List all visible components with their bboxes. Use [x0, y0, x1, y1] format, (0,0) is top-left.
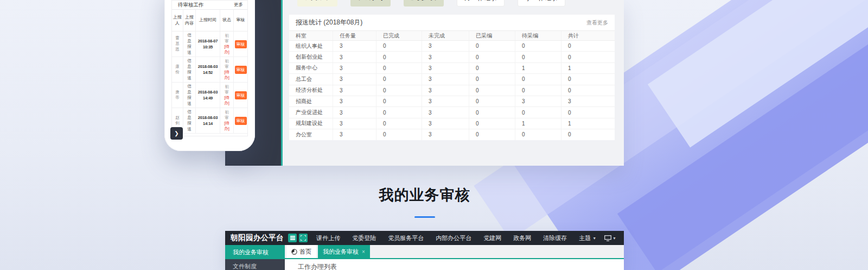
tab-my-audit[interactable]: 我的业务审核 ×: [318, 245, 370, 258]
list-item: 赵剑信息报送2018-08-0314:14初审[待办]审核: [172, 108, 247, 134]
nav-link[interactable]: 党员服务平台: [382, 234, 430, 242]
theme-menu[interactable]: 主题 ▼: [573, 234, 602, 242]
status-text: 初审[待办]: [223, 110, 231, 132]
stats-cell-sum: 0: [561, 107, 615, 117]
list-item: 唐帝信息报送2018-08-0314:49初审[待办]审核: [172, 83, 247, 108]
stats-cell-dept: 办公室: [289, 129, 333, 140]
stats-cell-pending: 1: [515, 63, 561, 73]
report-content: 信息报送: [187, 58, 192, 81]
stats-column-header: 已完成: [376, 31, 422, 40]
toolbar-button[interactable]: 季工作记录: [518, 0, 565, 7]
collapse-chevron-button[interactable]: ❯: [170, 127, 183, 140]
sidebar-item-file-rules[interactable]: 文件制度: [225, 259, 285, 270]
stats-table-header: 科室任务量已完成未完成已采编待采编共计: [289, 31, 615, 41]
phone-list-header: 待审核工作 更多: [172, 1, 247, 10]
view-more-link[interactable]: 查看更多: [586, 19, 608, 27]
action-cell: 审核: [234, 57, 247, 82]
toolbar-button[interactable]: 提交党费: [404, 0, 444, 7]
status-cell: 初审[待办]: [220, 32, 234, 56]
toolbar-button[interactable]: 月工作记录: [457, 0, 505, 7]
audit-button[interactable]: 审核: [235, 40, 247, 48]
stats-cell-sum: 0: [561, 85, 615, 96]
section-title: 我的业务审核: [225, 185, 624, 205]
tab-home[interactable]: 首页: [286, 245, 316, 258]
stats-cell-pending: 3: [515, 96, 561, 106]
time-cell: 2018-08-0314:52: [196, 57, 220, 82]
list-item: 曹基恩信息报送2018-08-0710:35初审[待办]审核: [172, 32, 247, 57]
report-date: 2018-08-03: [198, 64, 218, 70]
table-row: 办公室303000: [289, 129, 615, 140]
phone-list-title: 待审核工作: [178, 2, 204, 9]
stats-cell-undone: 3: [422, 129, 469, 140]
content-cell: 信息报送: [183, 83, 196, 108]
tab-close-icon[interactable]: ×: [362, 249, 365, 255]
audit-button[interactable]: 审核: [235, 66, 247, 74]
stats-cell-dept: 总工会: [289, 74, 333, 84]
heading-underline: [414, 216, 435, 218]
stats-cell-undone: 3: [422, 41, 469, 51]
toolbar-button[interactable]: 发文用章: [297, 0, 337, 7]
time-cell: 2018-08-0710:35: [196, 32, 220, 56]
nav-link[interactable]: 党建网: [477, 234, 507, 242]
stats-column-header: 共计: [561, 31, 615, 40]
nav-link[interactable]: 课件上传: [310, 234, 346, 242]
table-row: 总工会303000: [289, 74, 615, 85]
stats-cell-done: 0: [376, 118, 422, 129]
stats-cell-pending: 0: [515, 41, 561, 51]
menu-toggle-button[interactable]: [288, 234, 297, 242]
audit-button[interactable]: 审核: [235, 91, 247, 99]
stats-column-header: 已采编: [469, 31, 515, 40]
fullscreen-button[interactable]: [299, 234, 308, 242]
stats-cell-edited: 0: [469, 85, 515, 96]
oa-content-area: 工作办理列表: [285, 259, 624, 270]
stats-column-header: 科室: [289, 31, 333, 40]
stats-cell-dept: 产业促进处: [289, 107, 333, 117]
status-cell: 初审[待办]: [220, 83, 234, 108]
sidebar-accent-divider: [281, 0, 283, 166]
stats-cell-total: 3: [333, 118, 376, 129]
report-clock: 14:49: [198, 95, 218, 101]
nav-link[interactable]: 政务网: [507, 234, 537, 242]
nav-link[interactable]: 党委登陆: [346, 234, 382, 242]
phone-screen: 待审核工作 更多 上报人上报内容上报时间状态审核 曹基恩信息报送2018-08-…: [171, 0, 248, 136]
oa-second-row: 我的业务审核 首页 我的业务审核 ×: [225, 245, 624, 259]
table-row: 经济分析处303000: [289, 85, 615, 96]
section-heading-block: 我的业务审核: [225, 185, 624, 218]
stats-column-header: 任务量: [333, 31, 376, 40]
content-cell: 信息报送: [183, 108, 196, 133]
reporter-name: 曹基恩: [175, 35, 180, 53]
stats-cell-total: 3: [333, 107, 376, 117]
audit-button[interactable]: 审核: [235, 117, 247, 125]
table-row: 服务中心303011: [289, 63, 615, 74]
nav-link[interactable]: 清除缓存: [537, 234, 573, 242]
stats-cell-dept: 组织人事处: [289, 41, 333, 51]
table-row: 招商处303033: [289, 96, 615, 107]
stats-cell-total: 3: [333, 85, 376, 96]
toolbar-button[interactable]: 在线学习: [350, 0, 391, 7]
theme-label: 主题: [579, 234, 591, 242]
phone-more-link[interactable]: 更多: [234, 2, 243, 8]
status-badge: [待办]: [224, 44, 229, 54]
quick-action-toolbar: 发文用章在线学习提交党费月工作记录季工作记录: [297, 0, 565, 7]
stats-cell-done: 0: [376, 129, 422, 140]
stats-cell-dept: 规划建设处: [289, 118, 333, 129]
stats-cell-edited: 0: [469, 52, 515, 62]
stats-cell-undone: 3: [422, 107, 469, 117]
list-item: 康俭信息报送2018-08-0314:52初审[待办]审核: [172, 57, 247, 83]
reporter-name: 唐帝: [175, 90, 180, 101]
stats-cell-edited: 0: [469, 63, 515, 73]
content-cell: 信息报送: [183, 32, 196, 56]
stats-cell-dept: 创新创业处: [289, 52, 333, 62]
stats-cell-dept: 服务中心: [289, 63, 333, 73]
report-time: 2018-08-0314:52: [198, 64, 218, 76]
stats-cell-sum: 0: [561, 74, 615, 84]
oa-top-navbar: 朝阳园办公平台 课件上传党委登陆党员服务平台内部办公平台党建网政务网清除缓存 主…: [225, 231, 624, 245]
sidebar-header-my-audit[interactable]: 我的业务审核: [225, 245, 285, 259]
stats-cell-pending: 0: [515, 107, 561, 117]
display-switch-button[interactable]: ▼: [604, 235, 616, 241]
reporter-cell: 曹基恩: [172, 32, 183, 56]
nav-link[interactable]: 内部办公平台: [430, 234, 477, 242]
stats-cell-sum: 3: [561, 96, 615, 106]
status-text: 初审[待办]: [223, 59, 231, 81]
time-cell: 2018-08-0314:49: [196, 83, 220, 108]
